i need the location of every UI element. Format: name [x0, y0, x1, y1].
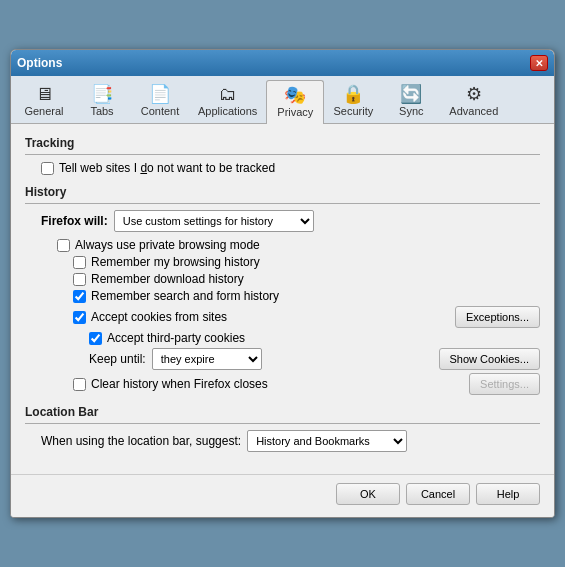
ok-button[interactable]: OK [336, 483, 400, 505]
content-panel: Tracking Tell web sites I do not want to… [11, 124, 554, 474]
remember-download-row: Remember download history [25, 272, 540, 286]
remember-search-label: Remember search and form history [91, 289, 279, 303]
always-private-label: Always use private browsing mode [75, 238, 260, 252]
tracking-checkbox[interactable] [41, 162, 54, 175]
tab-privacy[interactable]: 🎭 Privacy [266, 80, 324, 124]
tracking-title: Tracking [25, 136, 540, 150]
content-icon: 📄 [149, 85, 171, 103]
tab-advanced-label: Advanced [449, 105, 498, 117]
options-window: Options ✕ 🖥 General 📑 Tabs 📄 Content 🗂 A… [10, 49, 555, 518]
history-will-row: Firefox will: Use custom settings for hi… [25, 210, 540, 232]
location-bar-label: When using the location bar, suggest: [41, 434, 241, 448]
accept-cookies-checkbox-row: Accept cookies from sites [73, 310, 227, 324]
location-bar-title: Location Bar [25, 405, 540, 419]
clear-history-row: Clear history when Firefox closes Settin… [25, 373, 540, 395]
general-icon: 🖥 [35, 85, 53, 103]
history-section: History Firefox will: Use custom setting… [25, 185, 540, 395]
accept-third-party-label: Accept third-party cookies [107, 331, 245, 345]
tab-security[interactable]: 🔒 Security [324, 80, 382, 123]
location-bar-section: Location Bar When using the location bar… [25, 405, 540, 452]
footer: OK Cancel Help [11, 474, 554, 517]
show-cookies-button[interactable]: Show Cookies... [439, 348, 540, 370]
tab-sync-label: Sync [399, 105, 423, 117]
remember-browsing-label: Remember my browsing history [91, 255, 260, 269]
clear-history-checkbox[interactable] [73, 378, 86, 391]
keep-until-select[interactable]: they expire I close Firefox ask me every… [152, 348, 262, 370]
cancel-button[interactable]: Cancel [406, 483, 470, 505]
clear-history-label: Clear history when Firefox closes [91, 377, 268, 391]
history-select[interactable]: Use custom settings for history Remember… [114, 210, 314, 232]
firefox-will-label: Firefox will: [41, 214, 108, 228]
keep-until-label: Keep until: [89, 352, 146, 366]
tracking-section: Tracking Tell web sites I do not want to… [25, 136, 540, 175]
advanced-icon: ⚙ [466, 85, 482, 103]
keep-until-row: Keep until: they expire I close Firefox … [25, 348, 540, 370]
tab-content-label: Content [141, 105, 180, 117]
tabs-bar: 🖥 General 📑 Tabs 📄 Content 🗂 Application… [11, 76, 554, 124]
keep-until-left: Keep until: they expire I close Firefox … [89, 348, 262, 370]
title-bar: Options ✕ [11, 50, 554, 76]
privacy-icon: 🎭 [284, 86, 306, 104]
sync-icon: 🔄 [400, 85, 422, 103]
window-controls: ✕ [530, 55, 548, 71]
clear-history-checkbox-row: Clear history when Firefox closes [73, 377, 268, 391]
tab-general-label: General [24, 105, 63, 117]
tab-security-label: Security [333, 105, 373, 117]
tab-privacy-label: Privacy [277, 106, 313, 118]
applications-icon: 🗂 [219, 85, 237, 103]
remember-download-label: Remember download history [91, 272, 244, 286]
accept-third-party-row: Accept third-party cookies [25, 331, 540, 345]
remember-browsing-checkbox[interactable] [73, 256, 86, 269]
tab-tabs-label: Tabs [90, 105, 113, 117]
tracking-checkbox-row: Tell web sites I do not want to be track… [25, 161, 540, 175]
accept-cookies-checkbox[interactable] [73, 311, 86, 324]
settings-button[interactable]: Settings... [469, 373, 540, 395]
exceptions-button[interactable]: Exceptions... [455, 306, 540, 328]
close-button[interactable]: ✕ [530, 55, 548, 71]
tracking-label: Tell web sites I do not want to be track… [59, 161, 275, 175]
remember-search-row: Remember search and form history [25, 289, 540, 303]
tab-content[interactable]: 📄 Content [131, 80, 189, 123]
tab-advanced[interactable]: ⚙ Advanced [440, 80, 507, 123]
tab-general[interactable]: 🖥 General [15, 80, 73, 123]
accept-cookies-row: Accept cookies from sites Exceptions... [25, 306, 540, 328]
accept-third-party-checkbox[interactable] [89, 332, 102, 345]
tabs-icon: 📑 [91, 85, 113, 103]
always-private-row: Always use private browsing mode [25, 238, 540, 252]
tab-sync[interactable]: 🔄 Sync [382, 80, 440, 123]
location-bar-suggest-select[interactable]: History and Bookmarks History Bookmarks … [247, 430, 407, 452]
always-private-checkbox[interactable] [57, 239, 70, 252]
tab-applications-label: Applications [198, 105, 257, 117]
window-title: Options [17, 56, 62, 70]
history-title: History [25, 185, 540, 199]
accept-cookies-label: Accept cookies from sites [91, 310, 227, 324]
security-icon: 🔒 [342, 85, 364, 103]
remember-download-checkbox[interactable] [73, 273, 86, 286]
help-button[interactable]: Help [476, 483, 540, 505]
remember-browsing-row: Remember my browsing history [25, 255, 540, 269]
location-bar-row: When using the location bar, suggest: Hi… [25, 430, 540, 452]
remember-search-checkbox[interactable] [73, 290, 86, 303]
tab-applications[interactable]: 🗂 Applications [189, 80, 266, 123]
tab-tabs[interactable]: 📑 Tabs [73, 80, 131, 123]
